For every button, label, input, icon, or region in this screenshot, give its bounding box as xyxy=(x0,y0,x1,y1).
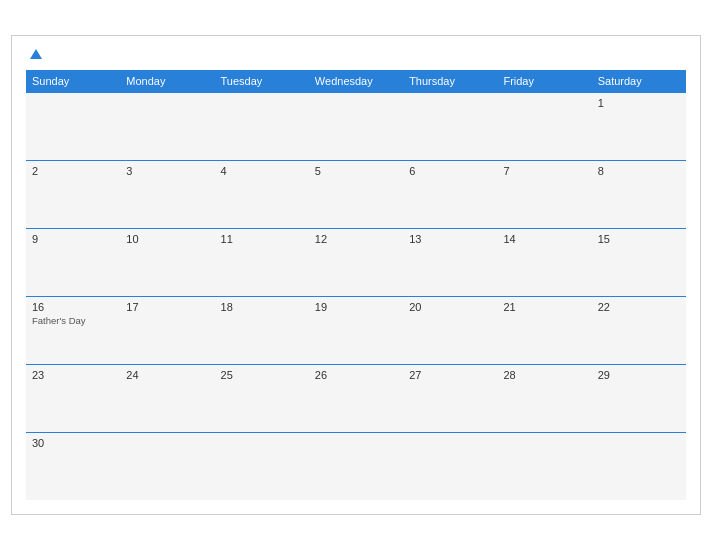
day-number: 24 xyxy=(126,369,208,381)
weekday-header-wednesday: Wednesday xyxy=(309,70,403,93)
calendar-cell: 6 xyxy=(403,160,497,228)
day-number: 12 xyxy=(315,233,397,245)
weekday-header-monday: Monday xyxy=(120,70,214,93)
day-number: 22 xyxy=(598,301,680,313)
week-row-1: 2345678 xyxy=(26,160,686,228)
calendar-cell: 20 xyxy=(403,296,497,364)
logo xyxy=(28,46,42,62)
day-number: 23 xyxy=(32,369,114,381)
calendar-cell: 14 xyxy=(497,228,591,296)
calendar-cell: 21 xyxy=(497,296,591,364)
weekday-header-thursday: Thursday xyxy=(403,70,497,93)
day-number: 27 xyxy=(409,369,491,381)
calendar-cell: 17 xyxy=(120,296,214,364)
calendar-cell xyxy=(403,92,497,160)
calendar-cell xyxy=(309,92,403,160)
day-number: 4 xyxy=(221,165,303,177)
calendar-cell: 4 xyxy=(215,160,309,228)
calendar-cell: 5 xyxy=(309,160,403,228)
day-number: 19 xyxy=(315,301,397,313)
calendar-cell: 13 xyxy=(403,228,497,296)
calendar-cell xyxy=(215,92,309,160)
calendar-cell: 8 xyxy=(592,160,686,228)
day-number: 1 xyxy=(598,97,680,109)
day-number: 10 xyxy=(126,233,208,245)
weekday-header-friday: Friday xyxy=(497,70,591,93)
week-row-2: 9101112131415 xyxy=(26,228,686,296)
day-number: 25 xyxy=(221,369,303,381)
calendar-cell: 7 xyxy=(497,160,591,228)
weekday-header-saturday: Saturday xyxy=(592,70,686,93)
calendar-cell: 24 xyxy=(120,364,214,432)
day-number: 11 xyxy=(221,233,303,245)
calendar-cell: 19 xyxy=(309,296,403,364)
day-number: 15 xyxy=(598,233,680,245)
calendar-cell: 28 xyxy=(497,364,591,432)
day-number: 16 xyxy=(32,301,114,313)
day-number: 8 xyxy=(598,165,680,177)
weekday-header-tuesday: Tuesday xyxy=(215,70,309,93)
calendar-cell: 10 xyxy=(120,228,214,296)
week-row-0: 1 xyxy=(26,92,686,160)
day-number: 2 xyxy=(32,165,114,177)
week-row-4: 23242526272829 xyxy=(26,364,686,432)
calendar-cell: 3 xyxy=(120,160,214,228)
calendar-cell: 2 xyxy=(26,160,120,228)
day-number: 7 xyxy=(503,165,585,177)
calendar-cell xyxy=(497,92,591,160)
calendar-table: SundayMondayTuesdayWednesdayThursdayFrid… xyxy=(26,70,686,501)
calendar-cell: 11 xyxy=(215,228,309,296)
calendar-cell: 29 xyxy=(592,364,686,432)
day-number: 28 xyxy=(503,369,585,381)
calendar-cell: 12 xyxy=(309,228,403,296)
day-number: 9 xyxy=(32,233,114,245)
calendar-cell xyxy=(403,432,497,500)
calendar-cell: 15 xyxy=(592,228,686,296)
calendar-cell xyxy=(592,432,686,500)
calendar-cell: 22 xyxy=(592,296,686,364)
calendar-cell: 26 xyxy=(309,364,403,432)
calendar-cell: 23 xyxy=(26,364,120,432)
calendar-cell: 1 xyxy=(592,92,686,160)
calendar-cell xyxy=(120,92,214,160)
calendar-cell xyxy=(26,92,120,160)
calendar-cell: 25 xyxy=(215,364,309,432)
day-number: 17 xyxy=(126,301,208,313)
day-number: 30 xyxy=(32,437,114,449)
day-number: 18 xyxy=(221,301,303,313)
calendar-cell xyxy=(120,432,214,500)
calendar-cell: 16Father's Day xyxy=(26,296,120,364)
calendar-container: SundayMondayTuesdayWednesdayThursdayFrid… xyxy=(11,35,701,516)
week-row-3: 16Father's Day171819202122 xyxy=(26,296,686,364)
calendar-cell: 18 xyxy=(215,296,309,364)
weekday-header-sunday: Sunday xyxy=(26,70,120,93)
calendar-thead: SundayMondayTuesdayWednesdayThursdayFrid… xyxy=(26,70,686,93)
calendar-cell: 9 xyxy=(26,228,120,296)
calendar-cell xyxy=(215,432,309,500)
calendar-cell: 27 xyxy=(403,364,497,432)
calendar-body: 12345678910111213141516Father's Day17181… xyxy=(26,92,686,500)
day-number: 21 xyxy=(503,301,585,313)
week-row-5: 30 xyxy=(26,432,686,500)
day-number: 14 xyxy=(503,233,585,245)
day-number: 20 xyxy=(409,301,491,313)
logo-triangle-icon xyxy=(30,49,42,59)
calendar-header xyxy=(26,46,686,62)
day-number: 5 xyxy=(315,165,397,177)
day-number: 6 xyxy=(409,165,491,177)
day-event: Father's Day xyxy=(32,315,114,326)
logo-general xyxy=(28,46,42,62)
day-number: 13 xyxy=(409,233,491,245)
calendar-cell xyxy=(497,432,591,500)
calendar-cell xyxy=(309,432,403,500)
day-number: 3 xyxy=(126,165,208,177)
day-number: 29 xyxy=(598,369,680,381)
day-number: 26 xyxy=(315,369,397,381)
weekday-header-row: SundayMondayTuesdayWednesdayThursdayFrid… xyxy=(26,70,686,93)
calendar-cell: 30 xyxy=(26,432,120,500)
